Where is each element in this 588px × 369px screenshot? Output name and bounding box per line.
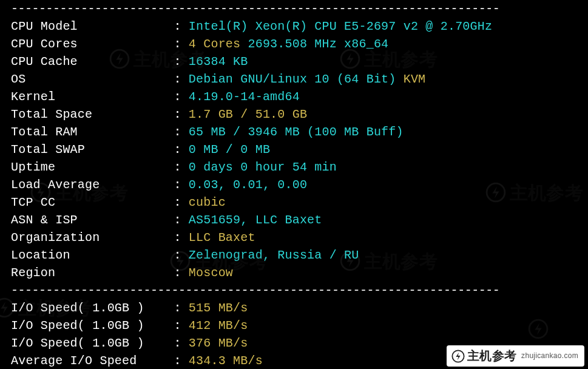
label: Region <box>11 266 159 280</box>
watermark-footer: 主机参考 zhujicankao.com <box>447 345 584 367</box>
label: ASN & ISP <box>11 213 159 227</box>
watermark-url: zhujicankao.com <box>521 347 578 365</box>
separator: : <box>159 178 189 192</box>
value: 412 MB/s <box>189 319 248 333</box>
label: TCP CC <box>11 195 159 209</box>
value: Zelenograd, Russia / RU <box>189 248 359 262</box>
value: cubic <box>189 195 226 209</box>
info-row-cpu-model: CPU Model : Intel(R) Xeon(R) CPU E5-2697… <box>11 18 577 35</box>
label: Average I/O Speed <box>11 354 159 368</box>
separator: : <box>159 248 189 262</box>
separator: : <box>159 160 189 174</box>
value: 0.03, 0.01, 0.00 <box>189 178 307 192</box>
label: Uptime <box>11 160 159 174</box>
value: Moscow <box>189 266 233 280</box>
label: Kernel <box>11 90 159 104</box>
value: 0 MB / 0 MB <box>189 143 270 157</box>
info-row-kernel: Kernel : 4.19.0-14-amd64 <box>11 88 577 106</box>
info-row-os: OS : Debian GNU/Linux 10 (64 Bit) KVM <box>11 70 577 88</box>
value: KVM <box>404 72 426 86</box>
label: Load Average <box>11 178 159 192</box>
value: AS51659, LLC Baxet <box>189 213 322 227</box>
label: Location <box>11 248 159 262</box>
separator: : <box>159 37 189 51</box>
separator: : <box>159 143 189 157</box>
info-row-total-space: Total Space : 1.7 GB / 51.0 GB <box>11 106 577 123</box>
info-row-region: Region : Moscow <box>11 264 577 282</box>
label: I/O Speed( 1.0GB ) <box>11 336 159 350</box>
separator: : <box>159 266 189 280</box>
label: CPU Cache <box>11 55 159 69</box>
label: I/O Speed( 1.0GB ) <box>11 301 159 315</box>
info-row-total-swap: Total SWAP : 0 MB / 0 MB <box>11 141 577 158</box>
label: Organization <box>11 231 159 245</box>
info-row-organization: Organization : LLC Baxet <box>11 229 577 246</box>
separator: : <box>159 336 189 350</box>
value: 4.19.0-14-amd64 <box>189 90 300 104</box>
separator: : <box>159 19 189 33</box>
io-speed-row: I/O Speed( 1.0GB ) : 412 MB/s <box>11 317 577 334</box>
label: OS <box>11 72 159 86</box>
info-row-load-average: Load Average : 0.03, 0.01, 0.00 <box>11 176 577 194</box>
value: 376 MB/s <box>189 336 248 350</box>
bolt-icon <box>451 350 465 363</box>
separator: : <box>159 319 189 333</box>
value: 65 MB / 3946 MB (100 MB Buff) <box>189 125 404 139</box>
label: CPU Model <box>11 19 159 33</box>
separator: : <box>159 301 189 315</box>
separator: : <box>159 195 189 209</box>
divider: ----------------------------------------… <box>11 0 577 18</box>
label: CPU Cores <box>11 37 159 51</box>
value: 0 days 0 hour 54 min <box>189 160 337 174</box>
label: Total Space <box>11 107 159 121</box>
value: 16384 KB <box>189 55 248 69</box>
value: Intel(R) Xeon(R) CPU E5-2697 v2 @ 2.70GH… <box>189 19 492 33</box>
separator: : <box>159 231 189 245</box>
info-row-tcp-cc: TCP CC : cubic <box>11 194 577 211</box>
separator: : <box>159 72 189 86</box>
separator: : <box>159 107 189 121</box>
label: I/O Speed( 1.0GB ) <box>11 319 159 333</box>
label: Total RAM <box>11 125 159 139</box>
separator: : <box>159 213 189 227</box>
label: Total SWAP <box>11 143 159 157</box>
divider: ----------------------------------------… <box>11 282 577 299</box>
terminal-output: 主机参考 主机参考 主机参考 主机参考 主机参考 主机参考 主机参考 -----… <box>0 0 588 369</box>
info-row-uptime: Uptime : 0 days 0 hour 54 min <box>11 158 577 176</box>
separator: : <box>159 125 189 139</box>
value: 434.3 MB/s <box>189 354 263 368</box>
value: 1.7 GB / 51.0 GB <box>189 107 307 121</box>
value: Debian GNU/Linux 10 (64 Bit) <box>189 72 404 86</box>
info-row-cpu-cores: CPU Cores : 4 Cores 2693.508 MHz x86_64 <box>11 35 577 53</box>
value: 4 Cores <box>189 37 248 51</box>
separator: : <box>159 90 189 104</box>
info-row-cpu-cache: CPU Cache : 16384 KB <box>11 53 577 70</box>
info-row-location: Location : Zelenograd, Russia / RU <box>11 246 577 264</box>
value: 515 MB/s <box>189 301 248 315</box>
info-row-total-ram: Total RAM : 65 MB / 3946 MB (100 MB Buff… <box>11 123 577 141</box>
watermark-brand: 主机参考 <box>467 347 516 365</box>
io-speed-row: I/O Speed( 1.0GB ) : 515 MB/s <box>11 299 577 317</box>
separator: : <box>159 55 189 69</box>
separator: : <box>159 354 189 368</box>
value: LLC Baxet <box>189 231 255 245</box>
info-row-asn-isp: ASN & ISP : AS51659, LLC Baxet <box>11 211 577 229</box>
value: 2693.508 MHz x86_64 <box>248 37 388 51</box>
